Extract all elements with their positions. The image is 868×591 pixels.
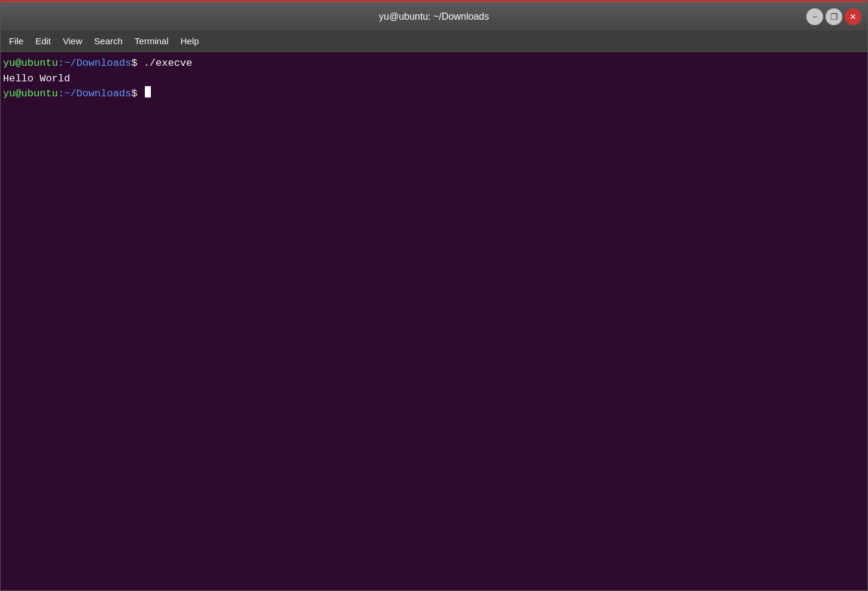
prompt-dollar-1: $ — [131, 56, 143, 71]
window-title: yu@ubuntu: ~/Downloads — [379, 11, 489, 22]
menu-file[interactable]: File — [3, 33, 29, 48]
menu-view[interactable]: View — [57, 33, 88, 48]
cursor — [145, 86, 151, 98]
menu-search[interactable]: Search — [88, 33, 129, 48]
terminal-body[interactable]: yu@ubuntu:~/Downloads$ ./execve Hello Wo… — [1, 52, 867, 590]
prompt-path-3: :~/Downloads — [58, 86, 131, 102]
menu-terminal[interactable]: Terminal — [129, 33, 175, 48]
window-controls: − ❐ ✕ — [806, 8, 861, 25]
title-bar: yu@ubuntu: ~/Downloads − ❐ ✕ — [1, 1, 867, 31]
terminal-line-2: Hello World — [3, 71, 865, 87]
terminal-line-1: yu@ubuntu:~/Downloads$ ./execve — [3, 56, 865, 71]
terminal-line-3: yu@ubuntu:~/Downloads$ — [3, 86, 865, 102]
maximize-button[interactable]: ❐ — [825, 8, 842, 25]
minimize-button[interactable]: − — [806, 8, 823, 25]
output-1: Hello World — [3, 71, 70, 87]
prompt-user-1: yu@ubuntu — [3, 56, 58, 71]
prompt-user-3: yu@ubuntu — [3, 86, 58, 102]
terminal-window: yu@ubuntu: ~/Downloads − ❐ ✕ File Edit V… — [0, 0, 868, 591]
close-button[interactable]: ✕ — [845, 8, 861, 25]
prompt-path-1: :~/Downloads — [58, 56, 131, 71]
menu-edit[interactable]: Edit — [29, 33, 57, 48]
menu-help[interactable]: Help — [175, 33, 205, 48]
menu-bar: File Edit View Search Terminal Help — [1, 31, 867, 52]
prompt-dollar-3: $ — [131, 86, 143, 102]
command-1: ./execve — [144, 56, 193, 71]
